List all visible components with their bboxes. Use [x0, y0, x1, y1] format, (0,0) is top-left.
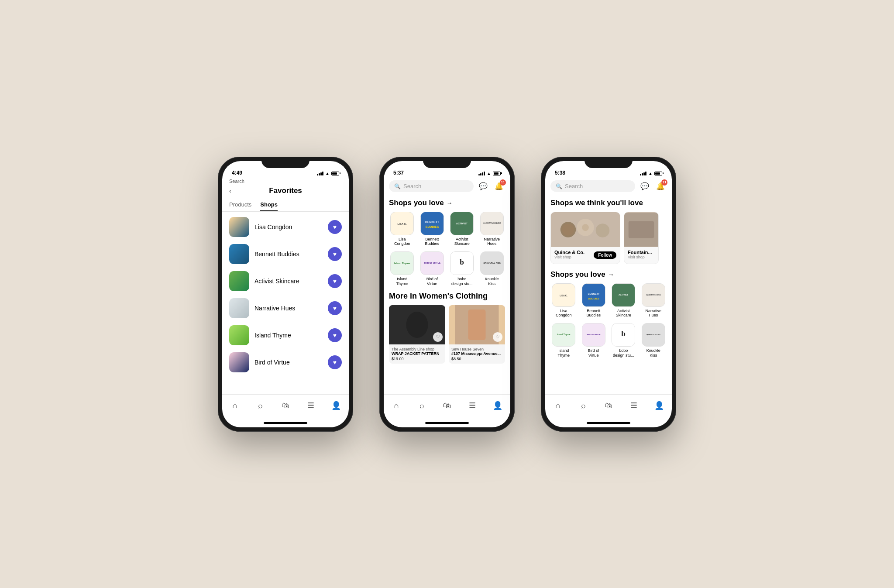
bag-icon-1: 🛍	[282, 401, 289, 410]
shop-item-activist[interactable]: ACTIVIST ActivistSkincare	[449, 212, 475, 247]
back-button-1[interactable]: ‹	[229, 187, 231, 194]
shop-item-bennett-3[interactable]: BENNETTBUDDIES BennettBuddies	[581, 283, 607, 318]
nav-home-3[interactable]: ⌂	[549, 397, 567, 414]
nav-home-1[interactable]: ⌂	[226, 397, 244, 414]
heart-overlay-1[interactable]: ♡	[433, 332, 443, 342]
search-placeholder-2: Search	[403, 183, 421, 189]
search-box-2[interactable]: 🔍 Search	[389, 180, 474, 192]
list-item[interactable]: Narrative Hues ♥	[222, 295, 349, 322]
list-item[interactable]: Bird of Virtue ♥	[222, 349, 349, 376]
product-card-sew[interactable]: ♡ Sew House Seven #107 Mississippi Avenu…	[449, 305, 505, 364]
heart-btn-narrative[interactable]: ♥	[328, 301, 342, 315]
recommend-card-fountain[interactable]: Fountain... Visit shop	[624, 212, 659, 264]
product-title-assembly: WRAP JACKET PATTERN	[392, 351, 443, 356]
shop-item-knuckle[interactable]: ◆KNUCKLE KISS KnuckleKiss	[479, 251, 505, 286]
tab-products[interactable]: Products	[229, 199, 251, 211]
shop-item-bobo-3[interactable]: b bobodesign stu...	[610, 323, 637, 358]
c2	[642, 173, 643, 175]
b2	[480, 173, 481, 175]
avatar-lisa	[229, 217, 249, 237]
shop-item-island[interactable]: Island Thyme IslandThyme	[389, 251, 416, 286]
heart-btn-lisa[interactable]: ♥	[328, 220, 342, 234]
svg-text:Island Thyme: Island Thyme	[394, 262, 411, 265]
shop-item-narrative-3[interactable]: NARRATIVE HUES NarrativeHues	[640, 283, 667, 318]
svg-point-23	[562, 224, 574, 236]
nav-search-3[interactable]: ⌕	[574, 397, 592, 414]
notif-badge-3: 11	[661, 179, 667, 186]
follow-btn-quince[interactable]: Follow	[594, 251, 616, 259]
heart-btn-bird[interactable]: ♥	[328, 355, 342, 369]
shop-name-narrative: Narrative Hues	[254, 305, 323, 312]
tab-shops[interactable]: Shops	[260, 199, 278, 211]
shop-item-bird[interactable]: BIRD OF VIRTUE Bird ofVirtue	[419, 251, 446, 286]
shop-item-island-3[interactable]: Island Thyme IslandThyme	[550, 323, 577, 358]
list-item[interactable]: Lisa Congdon ♥	[222, 213, 349, 241]
nav-user-1[interactable]: 👤	[327, 397, 345, 414]
nav-home-2[interactable]: ⌂	[388, 397, 405, 414]
nav-list-3[interactable]: ☰	[625, 397, 643, 414]
heart-btn-island[interactable]: ♥	[328, 328, 342, 342]
list-item[interactable]: Bennett Buddies ♥	[222, 241, 349, 268]
messages-icon-3[interactable]: 💬	[639, 180, 651, 193]
shops-list: Lisa Congdon ♥ Bennett Buddies ♥ Activis…	[222, 212, 349, 394]
heart-btn-activist[interactable]: ♥	[328, 274, 342, 288]
wifi-2: ▲	[487, 171, 491, 176]
nav-bag-1[interactable]: 🛍	[277, 397, 294, 414]
list-icon-2: ☰	[469, 401, 476, 410]
battery-fill-1	[332, 172, 337, 175]
notifications-icon-2[interactable]: 🔔 11	[493, 180, 505, 193]
search-box-3[interactable]: 🔍 Search	[550, 180, 635, 192]
recommend-card-quince[interactable]: Quince & Co. Visit shop Follow	[550, 212, 620, 264]
nav-bag-2[interactable]: 🛍	[438, 397, 456, 414]
shop-logo-lisa-3: LISA C.	[552, 283, 575, 307]
home-bar-1	[222, 419, 349, 427]
time-2: 5:37	[393, 170, 404, 176]
shop-item-lisa[interactable]: LISA C. LisaCongdon	[389, 212, 416, 247]
section-title-womens: More in Women's Clothing	[389, 292, 505, 301]
arrow-shops-love[interactable]: →	[447, 199, 453, 206]
time-1: 4:49	[232, 170, 242, 176]
nav-bag-3[interactable]: 🛍	[600, 397, 617, 414]
product-price-sew: $8.50	[451, 357, 502, 361]
list-item[interactable]: Island Thyme ♥	[222, 322, 349, 349]
heart-btn-bennett[interactable]: ♥	[328, 247, 342, 261]
nav-search-1[interactable]: ⌕	[251, 397, 269, 414]
messages-icon-2[interactable]: 💬	[477, 180, 489, 193]
svg-point-18	[406, 312, 428, 338]
nav-search-2[interactable]: ⌕	[413, 397, 430, 414]
svg-text:NARRATIVE HUES: NARRATIVE HUES	[646, 294, 661, 296]
shop-item-bird-3[interactable]: BIRD OF VIRTUE Bird ofVirtue	[581, 323, 607, 358]
shop-item-bobo[interactable]: b bobodesign stu...	[449, 251, 475, 286]
notifications-icon-3[interactable]: 🔔 11	[654, 180, 667, 193]
scene: 4:49 ▲ Search	[192, 131, 702, 458]
shop-item-knuckle-3[interactable]: ◆KNUCKLE KISS KnuckleKiss	[640, 323, 667, 358]
b1	[478, 174, 480, 175]
status-icons-3: ▲	[640, 171, 662, 176]
shop-logo-knuckle-3: ◆KNUCKLE KISS	[642, 323, 665, 347]
home-icon-1: ⌂	[233, 401, 237, 410]
battery-fill-3	[655, 172, 660, 175]
product-card-assembly[interactable]: ♡ The Assembly Line shop WRAP JACKET PAT…	[389, 305, 445, 364]
signal-3	[640, 172, 646, 175]
recommend-img-quince	[551, 212, 620, 247]
arrow-shops-love-3[interactable]: →	[608, 271, 614, 278]
shop-item-narrative[interactable]: NARRATIVE HUES NarrativeHues	[479, 212, 505, 247]
nav-user-2[interactable]: 👤	[489, 397, 506, 414]
notch-2	[423, 157, 471, 168]
list-item[interactable]: Activist Skincare ♥	[222, 268, 349, 295]
product-shop-sew: Sew House Seven	[451, 347, 502, 351]
svg-text:b: b	[460, 258, 464, 266]
heart-overlay-2[interactable]: ♡	[493, 332, 502, 342]
nav-list-1[interactable]: ☰	[302, 397, 320, 414]
section-title-shops-love-3: Shops you love →	[550, 270, 667, 279]
nav-user-3[interactable]: 👤	[650, 397, 668, 414]
shop-name-bennett: Bennett Buddies	[254, 251, 323, 258]
search-icon-nav-2: ⌕	[419, 401, 424, 410]
shop-name-lisa: Lisa Congdon	[254, 224, 323, 230]
phone-1: 4:49 ▲ Search	[218, 157, 353, 432]
shop-logo-knuckle: ◆KNUCKLE KISS	[480, 251, 504, 275]
nav-list-2[interactable]: ☰	[464, 397, 481, 414]
shop-item-bennett[interactable]: BENNETTBUDDIES BennettBuddies	[419, 212, 446, 247]
shop-item-activist-3[interactable]: ACTIVIST ActivistSkincare	[610, 283, 637, 318]
shop-item-lisa-3[interactable]: LISA C. LisaCongdon	[550, 283, 577, 318]
